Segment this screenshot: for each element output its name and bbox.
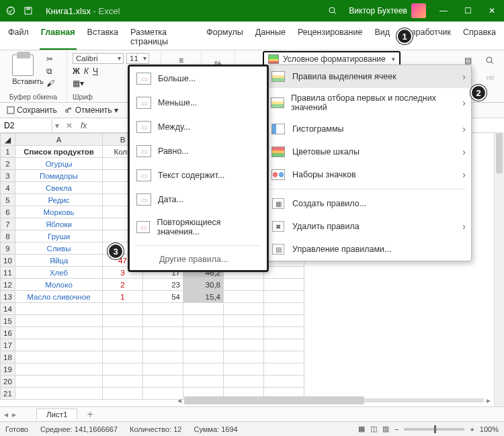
italic-button[interactable]: К (84, 67, 89, 76)
row-header-4[interactable]: 4 (1, 182, 15, 194)
cell-A13[interactable]: Масло сливочное (15, 291, 103, 303)
row-header-10[interactable]: 10 (1, 255, 15, 267)
cell-A5[interactable]: Редис (15, 194, 103, 206)
cell-A3[interactable]: Помидоры (15, 170, 103, 182)
save-command[interactable]: Сохранить (7, 105, 57, 115)
row-header-16[interactable]: 16 (1, 327, 15, 339)
cf-menu-item[interactable]: ▤Управление правилами... (264, 238, 471, 261)
cell-A11[interactable]: Хлеб (15, 267, 103, 279)
row-header-8[interactable]: 8 (1, 230, 15, 243)
sheet-nav-prev[interactable]: ◂ (0, 410, 12, 419)
ribbon-tab-9[interactable]: Справка (462, 26, 497, 50)
row-header-12[interactable]: 12 (1, 279, 15, 291)
highlight-rule-item[interactable]: Повторяющиеся значения... (130, 212, 267, 243)
row-header-17[interactable]: 17 (1, 339, 15, 351)
highlight-rule-item[interactable]: Между... (130, 115, 267, 139)
border-button[interactable]: ▦▾ (73, 79, 84, 88)
ribbon-tab-4[interactable]: Формулы (205, 26, 244, 50)
cf-menu-item[interactable]: Правила выделения ячеек (264, 65, 471, 88)
zoom-slider[interactable] (404, 428, 464, 431)
ribbon-tab-1[interactable]: Главная (40, 26, 77, 50)
row-header-21[interactable]: 21 (1, 388, 15, 400)
user-account[interactable]: Виктор Бухтеев (349, 3, 426, 18)
maximize-button[interactable]: ☐ (461, 6, 474, 15)
highlight-other-rules[interactable]: Другие правила... (130, 249, 267, 270)
cf-menu-item[interactable]: Наборы значков (264, 163, 471, 186)
ribbon-tab-3[interactable]: Разметка страницы (129, 26, 196, 50)
row-header-11[interactable]: 11 (1, 267, 15, 279)
cell-D12[interactable]: 30,8 (183, 279, 224, 291)
cell-A4[interactable]: Свекла (15, 182, 103, 194)
zoom-level[interactable]: 100% (480, 425, 499, 433)
row-header-7[interactable]: 7 (1, 218, 15, 230)
ribbon-tab-7[interactable]: Вид (373, 26, 391, 50)
copy-icon[interactable]: ⧉ (46, 67, 54, 76)
row-header-19[interactable]: 19 (1, 363, 15, 376)
name-box[interactable] (0, 120, 52, 132)
ribbon-tab-6[interactable]: Рецензирование (296, 26, 364, 50)
minimize-button[interactable]: — (437, 6, 450, 15)
zoom-in[interactable]: + (470, 425, 474, 433)
cf-menu-item[interactable]: ▦Создать правило... (264, 192, 471, 215)
highlight-rule-item[interactable]: Равно... (130, 139, 267, 163)
view-normal-icon[interactable]: ▦ (358, 425, 365, 433)
sheet-tab[interactable]: Лист1 (36, 408, 77, 420)
row-header-18[interactable]: 18 (1, 351, 15, 363)
select-all[interactable]: ◢ (1, 134, 15, 146)
cell-A8[interactable]: Груши (15, 230, 103, 243)
row-header-6[interactable]: 6 (1, 206, 15, 218)
row-header-13[interactable]: 13 (1, 291, 15, 303)
cell-C13[interactable]: 54 (143, 291, 183, 303)
cf-menu-item[interactable]: ✖Удалить правила (264, 215, 471, 238)
zoom-out[interactable]: − (394, 425, 398, 433)
cell-D13[interactable]: 15,4 (183, 291, 224, 303)
row-header-9[interactable]: 9 (1, 243, 15, 255)
format-painter-icon[interactable]: 🖌 (46, 79, 54, 88)
vertical-scrollbar[interactable] (494, 132, 504, 406)
cancel-formula-icon[interactable]: ✕ (62, 121, 77, 130)
row-header-5[interactable]: 5 (1, 194, 15, 206)
col-header-A[interactable]: A (15, 134, 103, 146)
fx-icon[interactable]: fx (77, 121, 91, 130)
bold-button[interactable]: Ж (73, 67, 80, 76)
highlight-rule-item[interactable]: Текст содержит... (130, 163, 267, 187)
sheet-nav-next[interactable]: ▸ (12, 410, 16, 419)
ribbon-tab-0[interactable]: Файл (7, 26, 30, 50)
row-header-15[interactable]: 15 (1, 315, 15, 327)
cf-menu-item[interactable]: Правила отбора первых и последних значен… (264, 88, 471, 118)
highlight-rule-item[interactable]: Дата... (130, 187, 267, 212)
cell-B13[interactable]: 1 (103, 291, 143, 303)
highlight-rule-item[interactable]: Меньше... (130, 91, 267, 115)
row-header-14[interactable]: 14 (1, 303, 15, 315)
horizontal-scrollbar[interactable]: ◂ ▸ (175, 396, 493, 405)
paste-icon[interactable] (12, 54, 34, 76)
cf-menu-item[interactable]: Цветовые шкалы (264, 140, 471, 163)
cell-A2[interactable]: Огурцы (15, 158, 103, 170)
highlight-rule-item[interactable]: Больше... (130, 67, 267, 91)
font-size-combo[interactable]: 11 (126, 53, 149, 64)
undo-command[interactable]: Отменить ▾ (65, 105, 118, 115)
cell-B12[interactable]: 2 (103, 279, 143, 291)
cell-A12[interactable]: Молоко (15, 279, 103, 291)
view-break-icon[interactable]: ▥ (382, 425, 389, 433)
cut-icon[interactable]: ✂ (46, 54, 54, 64)
cell-A9[interactable]: Сливы (15, 243, 103, 255)
view-page-icon[interactable]: ◫ (370, 425, 377, 433)
cell-C12[interactable]: 23 (143, 279, 183, 291)
cf-menu-item[interactable]: Гистограммы (264, 118, 471, 140)
row-header-20[interactable]: 20 (1, 376, 15, 388)
autosave-icon[interactable] (5, 5, 16, 16)
ribbon-tab-5[interactable]: Данные (254, 26, 287, 50)
save-icon[interactable] (23, 5, 34, 16)
cell-A10[interactable]: Яйца (15, 255, 103, 267)
close-button[interactable]: ✕ (485, 6, 499, 15)
add-sheet-button[interactable]: + (77, 408, 102, 421)
row-header-2[interactable]: 2 (1, 158, 15, 170)
cell-A6[interactable]: Морковь (15, 206, 103, 218)
ribbon-tab-2[interactable]: Вставка (86, 26, 120, 50)
cell-A7[interactable]: Яблоки (15, 218, 103, 230)
underline-button[interactable]: Ч (93, 67, 98, 76)
row-header-1[interactable]: 1 (1, 146, 15, 158)
row-header-3[interactable]: 3 (1, 170, 15, 182)
search-icon[interactable] (327, 5, 338, 16)
